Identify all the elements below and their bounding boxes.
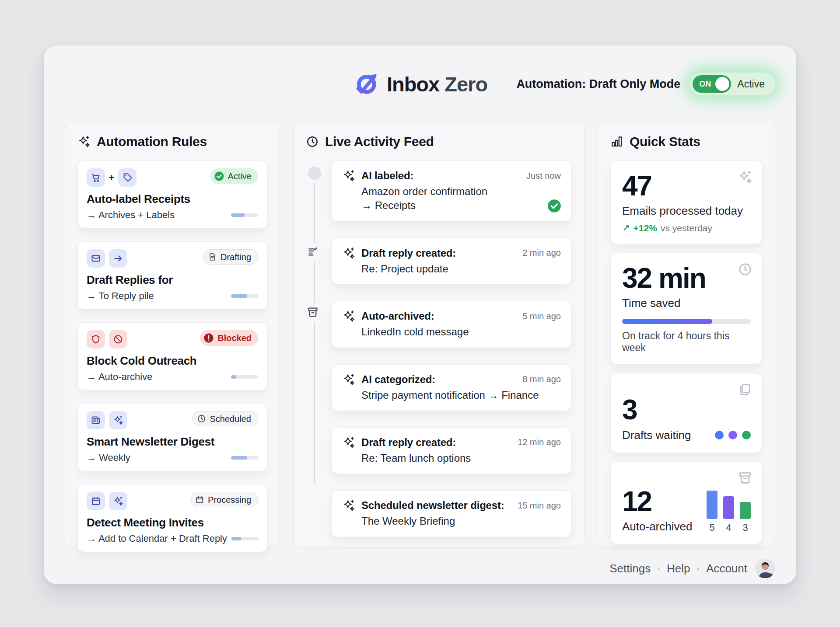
help-link[interactable]: Help bbox=[667, 562, 690, 575]
bar-label: 4 bbox=[726, 522, 731, 533]
rule-progress-bar bbox=[231, 213, 258, 217]
feed-header: Live Activity Feed bbox=[306, 134, 572, 149]
feed-item-detail: Amazon order confirmation→ Receipts bbox=[342, 185, 561, 213]
bar-label: 3 bbox=[742, 522, 748, 533]
purple-dot bbox=[728, 431, 737, 439]
settings-link[interactable]: Settings bbox=[609, 562, 651, 575]
sparkles-icon bbox=[342, 373, 355, 386]
sparkles-icon bbox=[342, 310, 355, 323]
feed-item-title: AI categorized: bbox=[361, 373, 516, 386]
feed-item-draft-reply-2: Draft reply created: 12 min ago Re: Team… bbox=[331, 427, 572, 474]
newspaper-icon bbox=[87, 411, 105, 429]
rule-subtitle: → Auto-archive bbox=[87, 371, 152, 383]
rule-progress-bar bbox=[231, 375, 258, 379]
timeline-line bbox=[314, 183, 315, 484]
stat-value: 3 bbox=[622, 395, 751, 425]
stat-label: Drafts waiting bbox=[622, 428, 691, 442]
check-circle-icon bbox=[214, 171, 224, 181]
status-badge-processing: Processing bbox=[190, 492, 258, 507]
rule-card-newsletter-digest[interactable]: Scheduled Smart Newsletter Digest → Week… bbox=[77, 403, 267, 471]
automation-mode-label: Automation: Draft Only Mode bbox=[516, 77, 680, 91]
clock-icon bbox=[306, 135, 319, 148]
status-badge-active: Active bbox=[210, 168, 258, 184]
automation-rules-panel: Automation Rules + Active Auto-label Rec… bbox=[65, 122, 280, 548]
rule-card-block-cold-outreach[interactable]: Blocked Block Cold Outreach → Auto-archi… bbox=[77, 322, 267, 390]
sparkles-icon bbox=[77, 135, 91, 148]
automation-toggle[interactable]: ON bbox=[693, 75, 731, 93]
feed-item-time: 8 min ago bbox=[522, 374, 561, 384]
top-bar: Inbox Zero Automation: Draft Only Mode O… bbox=[65, 63, 775, 105]
stat-value: 32 min bbox=[622, 264, 751, 293]
live-activity-feed-panel: Live Activity Feed AI labeled: Just now … bbox=[293, 122, 584, 548]
bar-blue bbox=[707, 491, 718, 519]
rules-title: Automation Rules bbox=[97, 134, 207, 149]
rule-progress-bar bbox=[231, 456, 258, 460]
inbox-zero-logo-icon bbox=[353, 70, 380, 98]
main-panel: Inbox Zero Automation: Draft Only Mode O… bbox=[44, 45, 796, 584]
rule-title: Smart Newsletter Digest bbox=[87, 435, 258, 449]
automation-toggle-group: ON Active bbox=[690, 73, 775, 95]
trend-suffix: vs yesterday bbox=[661, 223, 712, 233]
feed-item-title: Scheduled newsletter digest: bbox=[361, 499, 511, 512]
archive-icon bbox=[307, 303, 319, 322]
sparkles-icon bbox=[109, 411, 127, 429]
feed-item-detail: LinkedIn cold message bbox=[342, 325, 561, 339]
rule-progress-bar bbox=[231, 537, 259, 540]
clock-icon bbox=[738, 262, 752, 277]
feed-item-title: Draft reply created: bbox=[361, 247, 516, 259]
calendar-icon bbox=[195, 495, 204, 504]
plus-separator: + bbox=[109, 173, 114, 183]
stats-title: Quick Stats bbox=[630, 134, 700, 149]
feed-item-scheduled-digest: Scheduled newsletter digest: 15 min ago … bbox=[331, 490, 572, 537]
pages-icon bbox=[738, 382, 752, 397]
sparkles-icon bbox=[342, 499, 355, 512]
feed-item-time: 12 min ago bbox=[518, 437, 561, 447]
feed-item-draft-reply: Draft reply created: 2 min ago Re: Proje… bbox=[331, 238, 572, 285]
clock-icon bbox=[197, 414, 206, 423]
rule-card-auto-label-receipts[interactable]: + Active Auto-label Receipts → Archives … bbox=[77, 160, 267, 229]
draft-note-icon bbox=[307, 243, 319, 262]
app-title: Inbox Zero bbox=[387, 72, 487, 96]
rule-title: Auto-label Receipts bbox=[87, 192, 258, 206]
feed-item-ai-categorized: AI categorized: 8 min ago Stripe payment… bbox=[331, 364, 572, 411]
stats-header: Quick Stats bbox=[610, 134, 763, 149]
feed-item-time: 5 min ago bbox=[522, 311, 561, 321]
toggle-on-label: ON bbox=[699, 80, 711, 89]
stat-card-time-saved: 32 min Time saved On track for 4 hours t… bbox=[610, 253, 763, 365]
sparkles-icon bbox=[109, 492, 127, 510]
calendar-icon bbox=[87, 492, 105, 510]
timeline-dot bbox=[308, 167, 321, 180]
sparkles-icon bbox=[342, 436, 355, 449]
feed-item-auto-archived: Auto-archived: 5 min ago LinkedIn cold m… bbox=[331, 301, 572, 348]
rule-title: Block Cold Outreach bbox=[87, 354, 258, 368]
account-link[interactable]: Account bbox=[706, 562, 747, 575]
stat-note: On track for 4 hours this week bbox=[622, 330, 751, 354]
separator: · bbox=[696, 562, 700, 575]
bar-label: 5 bbox=[709, 522, 714, 533]
archive-icon bbox=[738, 470, 752, 485]
rule-card-draft-replies[interactable]: Drafting Draft Replies for → To Reply pi… bbox=[77, 241, 267, 310]
rule-card-detect-meeting-invites[interactable]: Processing Detect Meeting Invites → Add … bbox=[77, 484, 267, 552]
footer: Settings · Help · Account bbox=[65, 558, 775, 578]
stat-value: 47 bbox=[622, 171, 751, 201]
cart-icon bbox=[87, 168, 105, 187]
alert-circle-icon bbox=[203, 333, 214, 343]
feed-item-detail: Re: Project update bbox=[342, 262, 561, 276]
toggle-knob[interactable] bbox=[715, 77, 729, 91]
stat-trend: ↗ +12% vs yesterday bbox=[622, 223, 751, 233]
user-avatar[interactable] bbox=[755, 558, 775, 578]
blue-dot bbox=[715, 431, 724, 439]
stat-label: Emails processed today bbox=[622, 204, 751, 218]
stat-label: Auto-archived bbox=[622, 520, 692, 533]
separator: · bbox=[657, 562, 661, 575]
arrow-right-icon bbox=[109, 249, 127, 268]
feed-item-title: Auto-archived: bbox=[361, 310, 516, 322]
status-badge-drafting: Drafting bbox=[203, 249, 258, 265]
feed-item-detail: Re: Team lunch options bbox=[342, 451, 561, 465]
rule-title: Draft Replies for bbox=[87, 273, 258, 287]
rule-progress-bar bbox=[231, 294, 258, 298]
feed-item-ai-labeled: AI labeled: Just now Amazon order confir… bbox=[331, 160, 572, 222]
rule-subtitle: → To Reply pile bbox=[87, 290, 154, 302]
feed-timeline: AI labeled: Just now Amazon order confir… bbox=[306, 160, 572, 537]
toggle-status-label: Active bbox=[731, 78, 773, 90]
